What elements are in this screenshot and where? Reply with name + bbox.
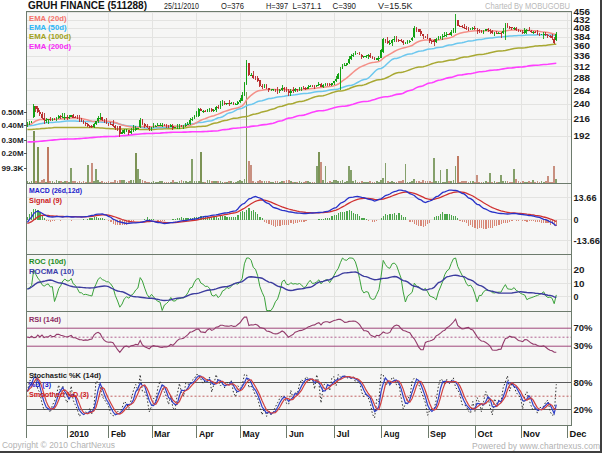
svg-text:360: 360	[574, 41, 591, 51]
svg-text:EMA (20d): EMA (20d)	[29, 14, 67, 23]
svg-text:%D (3): %D (3)	[29, 380, 51, 389]
svg-text:ROCMA (10): ROCMA (10)	[29, 267, 74, 276]
svg-text:0: 0	[574, 215, 579, 225]
svg-text:O=376: O=376	[221, 1, 244, 11]
svg-text:80%: 80%	[574, 378, 593, 388]
svg-text:Jul: Jul	[337, 429, 350, 439]
svg-text:-13.66: -13.66	[574, 236, 601, 246]
svg-text:Powered by www.chartnexus.com: Powered by www.chartnexus.com	[472, 441, 600, 451]
svg-text:Stochastic %K (14d): Stochastic %K (14d)	[29, 371, 101, 380]
svg-text:20%: 20%	[574, 405, 593, 415]
svg-text:216: 216	[574, 114, 591, 124]
svg-text:Copyright © 2010 ChartNexus: Copyright © 2010 ChartNexus	[2, 440, 115, 450]
svg-text:V=15.5K: V=15.5K	[378, 1, 413, 11]
svg-text:2010: 2010	[70, 429, 90, 439]
svg-text:RSI (14d): RSI (14d)	[29, 315, 61, 324]
svg-text:Dec: Dec	[570, 429, 587, 439]
svg-text:192: 192	[574, 131, 591, 141]
svg-text:30%: 30%	[574, 341, 593, 351]
svg-text:GRUH FINANCE (511288): GRUH FINANCE (511288)	[28, 0, 147, 11]
svg-text:Oct: Oct	[477, 429, 492, 439]
svg-text:10: 10	[574, 279, 585, 289]
svg-text:20: 20	[574, 265, 585, 275]
svg-text:99.3K: 99.3K	[2, 164, 24, 173]
svg-text:312: 312	[574, 62, 591, 72]
svg-text:25/11/2010: 25/11/2010	[164, 1, 199, 11]
svg-text:Jun: Jun	[289, 429, 304, 439]
svg-text:EMA (50d): EMA (50d)	[29, 23, 67, 32]
svg-text:H=397: H=397	[266, 1, 288, 11]
svg-text:240: 240	[574, 99, 591, 109]
svg-text:70%: 70%	[574, 323, 593, 333]
svg-text:C=390: C=390	[333, 1, 357, 11]
svg-text:ROC (10d): ROC (10d)	[29, 257, 66, 266]
svg-text:EMA (200d): EMA (200d)	[29, 42, 71, 51]
svg-text:Apr: Apr	[199, 429, 214, 439]
svg-text:0.30M: 0.30M	[2, 136, 24, 145]
svg-text:Nov: Nov	[523, 429, 540, 439]
svg-text:Charted By MOBUGOBU: Charted By MOBUGOBU	[485, 1, 570, 11]
svg-text:0.50M: 0.50M	[2, 108, 24, 117]
svg-text:0.40M: 0.40M	[2, 121, 24, 130]
svg-text:Mar: Mar	[154, 429, 170, 439]
svg-text:0.20M: 0.20M	[2, 149, 24, 158]
svg-text:EMA (100d): EMA (100d)	[29, 32, 71, 41]
svg-text:0: 0	[574, 292, 579, 302]
svg-text:L=371.1: L=371.1	[293, 1, 322, 11]
svg-text:Smoothed %D (3): Smoothed %D (3)	[29, 390, 89, 399]
svg-text:288: 288	[574, 73, 591, 83]
svg-text:13.66: 13.66	[574, 193, 597, 203]
svg-text:Aug: Aug	[384, 429, 400, 439]
svg-text:Feb: Feb	[111, 429, 126, 439]
svg-text:264: 264	[574, 86, 591, 96]
svg-text:May: May	[243, 429, 260, 439]
svg-text:Signal (9): Signal (9)	[29, 196, 62, 205]
svg-text:Sep: Sep	[430, 429, 446, 439]
svg-text:336: 336	[574, 51, 591, 61]
svg-text:MACD (26d,12d): MACD (26d,12d)	[29, 186, 82, 195]
